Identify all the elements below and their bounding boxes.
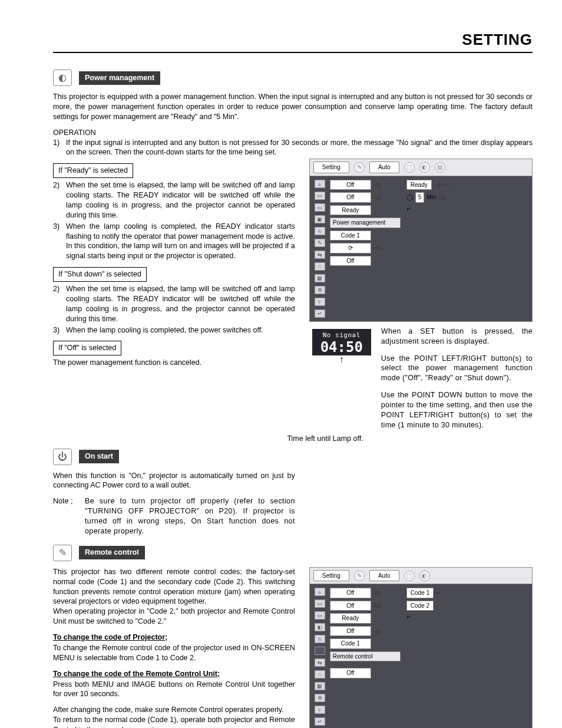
- osd-icon: ◐: [419, 571, 430, 581]
- power-management-icon: ◐: [53, 70, 72, 86]
- ready-selected-box: If "Ready" is selected: [53, 163, 133, 178]
- menu-icon: ⚙: [315, 286, 325, 294]
- osd-left-icons: ▵ ▭ ▭ ◐ ⎋ ✎ ⇆ ⌂ ▦ ⚙ ▿ ↵: [313, 588, 326, 726]
- ready-step-2: 2) When the set time is elapsed, the lam…: [53, 180, 295, 220]
- osd-icon: ⬚: [404, 571, 415, 581]
- osd-values: Off◁▷ Off◁▷ Ready Power management Code …: [330, 180, 401, 318]
- left-right-icon: ◁▷: [373, 181, 383, 189]
- osd-tab-setting: Setting: [313, 570, 349, 582]
- section-power-management: ◐ Power management: [53, 70, 533, 86]
- menu-icon: ▦: [315, 274, 325, 282]
- osd-values: Off◁▷ Off◁▷ Ready Off◁▷ Code 1 Remote co…: [330, 588, 401, 726]
- osd-submenu: Ready◁▷ ⇐ ◯5Min◁▷ ↵: [406, 180, 450, 318]
- left-right-icon: ◁▷: [373, 244, 383, 252]
- rc-p2: To change the Remote control code of the…: [53, 643, 295, 663]
- menu-icon: ▣: [315, 215, 325, 223]
- rc-p4b: To return to the normal code (Code 1), o…: [53, 715, 295, 728]
- ready-step-3: 3) When the lamp cooling is completed, t…: [53, 222, 295, 262]
- menu-icon: ✎: [315, 239, 325, 247]
- exit-icon: ↵: [406, 613, 411, 621]
- osd-icon: ⬚: [404, 162, 415, 173]
- pointer-arrow-icon: ↑: [309, 357, 374, 363]
- remote-control-label: Remote control: [79, 546, 145, 559]
- section-on-start: ⏻ On start: [53, 449, 533, 465]
- rc-h2: To change the code of the Remote Control…: [53, 669, 295, 679]
- off-text: The power management function is cancele…: [53, 358, 295, 368]
- shut-step-2: 2) When the set time is elapsed, the lam…: [53, 284, 295, 324]
- osd-code-submenu: Code 1⇐ Code 2 ↵: [406, 588, 441, 726]
- remote-highlighted-icon: ✎: [315, 647, 325, 655]
- osd-tab-setting: Setting: [313, 162, 349, 173]
- note-set-button: When a SET button is pressed, the adjust…: [381, 327, 533, 347]
- menu-icon: ⎋: [315, 227, 325, 235]
- page-header: SETTING: [53, 29, 533, 53]
- off-selected-box: If "Off" is selected: [53, 341, 121, 355]
- onstart-note: Note ; Be sure to turn projector off pro…: [53, 496, 295, 536]
- osd-left-icons: ▵ ▭ ▭ ▣ ⎋ ✎ ⇆ ⌂ ▦ ⚙ ▿ ↵: [313, 180, 326, 318]
- shutdown-selected-box: If "Shut down" is selected: [53, 267, 147, 282]
- osd-tab-auto: Auto: [369, 162, 399, 173]
- no-signal-display: No signal 04:50: [312, 329, 371, 355]
- scroll-down-icon: ▿: [315, 706, 325, 714]
- page-title: SETTING: [53, 29, 533, 50]
- op-step-1: 1) If the input signal is interrupted an…: [53, 138, 533, 158]
- scroll-down-icon: ▿: [315, 298, 325, 306]
- rc-p4: After changing the code, make sure Remot…: [53, 705, 295, 715]
- osd-icon: ✎: [354, 162, 365, 173]
- menu-icon: ▭: [315, 203, 325, 212]
- rc-p3: Press both MENU and IMAGE buttons on Rem…: [53, 680, 295, 700]
- note-point-lr: Use the POINT LEFT/RIGHT button(s) to se…: [381, 354, 533, 384]
- exit-icon: ↵: [406, 205, 411, 213]
- osd-icon: ◐: [419, 162, 430, 173]
- menu-icon: ⇆: [315, 251, 325, 259]
- remote-control-icon: ✎: [53, 545, 72, 561]
- power-management-label: Power management: [79, 71, 160, 85]
- rc-h1: To change the code of Projector;: [53, 633, 295, 643]
- osd-tab-auto: Auto: [369, 570, 399, 582]
- osd-icon: ✎: [354, 571, 365, 581]
- operation-title: OPERATION: [53, 128, 533, 138]
- exit-icon: ↵: [315, 309, 325, 318]
- exit-icon: ↵: [315, 717, 325, 726]
- scroll-up-icon: ▵: [315, 180, 325, 188]
- on-start-label: On start: [79, 450, 119, 463]
- menu-icon: ▭: [315, 192, 325, 200]
- rc-p1: This projector has two different remote …: [53, 567, 295, 607]
- pm-intro: This projector is equipped with a power …: [53, 92, 533, 122]
- onstart-text: When this function is "On," projector is…: [53, 471, 295, 491]
- osd-icon: ▤: [435, 162, 445, 173]
- note-point-down: Use the POINT DOWN button to move the po…: [381, 390, 533, 430]
- on-start-icon: ⏻: [53, 449, 72, 465]
- left-right-icon: ◁▷: [373, 193, 383, 202]
- section-remote-control: ✎ Remote control: [53, 545, 533, 561]
- osd-setting-panel-1: Setting ✎ Auto ⬚ ◐ ▤ ▵ ▭ ▭ ▣ ⎋ ✎ ⇆ ⌂ ▦: [309, 159, 533, 322]
- shut-step-3: 3) When the lamp cooling is completed, t…: [53, 325, 295, 335]
- rc-p1b: When operating projector in "Code 2," bo…: [53, 607, 295, 627]
- osd-setting-panel-2: Setting ✎ Auto ⬚ ◐ ▵ ▭ ▭ ◐ ⎋ ✎ ⇆ ⌂ ▦ ⚙: [309, 567, 533, 728]
- scroll-up-icon: ▵: [315, 588, 325, 596]
- menu-icon: ⌂: [315, 262, 325, 271]
